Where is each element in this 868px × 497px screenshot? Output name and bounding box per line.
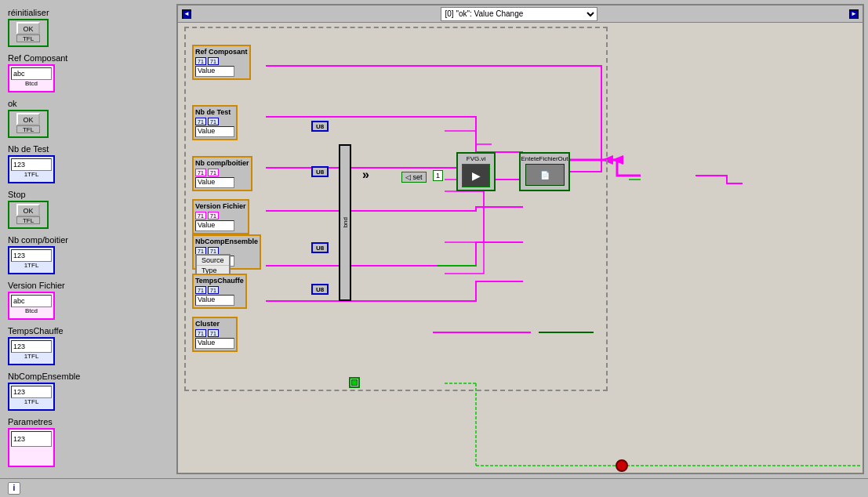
temps-value[interactable]: 123 <box>11 340 52 353</box>
stop-label: Stop <box>8 190 165 199</box>
nb-comp-cluster-block: Nb comp/boitier 71 71 Value <box>192 156 252 191</box>
ref-composant-sub: Btcd <box>11 80 52 87</box>
diagram-title-area: [0] "ok": Value Change <box>191 7 846 21</box>
entete-block[interactable]: EnteteFichierOut 📄 <box>519 152 570 191</box>
cluster-block: Cluster 71 71 Value <box>192 317 238 352</box>
cl-pin1: 71 <box>195 329 206 337</box>
ok-sub: TFL <box>16 125 40 133</box>
u8-temps: U8 <box>311 284 329 295</box>
version-cluster-block: Version Fichier 71 71 Value <box>192 199 249 234</box>
cl-pin2: 71 <box>208 329 219 337</box>
fvg-label: FVG.vi <box>467 155 485 162</box>
source-row: Source <box>197 256 229 266</box>
parametres-value[interactable]: 123 <box>11 431 52 447</box>
bundle-label: bnd <box>342 217 349 227</box>
version-sub: Btcd <box>11 307 52 314</box>
reinitialiser-control[interactable]: OK TFL <box>8 19 49 47</box>
sidebar-item-ok: ok OK TFL <box>8 99 165 138</box>
stop-terminal[interactable] <box>616 459 628 472</box>
parametres-label: Parametres <box>8 417 165 426</box>
bottom-bar: i <box>0 478 868 497</box>
ref-composant-cluster-title: Ref Composant <box>195 48 248 56</box>
ok-control[interactable]: OK TFL <box>8 110 49 138</box>
stop-control[interactable]: OK TFL <box>8 201 49 229</box>
temps-cluster-title: TempsChauffe <box>195 277 244 285</box>
set-node: ◁ set <box>401 172 427 183</box>
u8-nbcomp-ensemble: U8 <box>311 242 329 253</box>
diagram-icon: ◄ <box>182 9 191 19</box>
u8-nb-comp: U8 <box>311 166 329 177</box>
version-label: Version Fichier <box>8 281 165 290</box>
nb-comp-value[interactable]: 123 <box>11 249 52 262</box>
rc-value[interactable]: Value <box>195 66 234 77</box>
ok-label: ok <box>8 99 165 108</box>
diagram-header: ◄ [0] "ok": Value Change ► <box>178 5 863 23</box>
fvg-play: ▶ <box>472 169 481 182</box>
ref-composant-control[interactable]: abc Btcd <box>8 64 55 93</box>
diagram-case-select[interactable]: [0] "ok": Value Change <box>441 7 597 21</box>
vf-pin2: 71 <box>208 212 219 219</box>
sidebar-item-stop: Stop OK TFL <box>8 190 165 229</box>
reinitialiser-label: réinitialiser <box>8 8 165 17</box>
nt-pin2: 71 <box>208 118 219 125</box>
fvg-block[interactable]: FVG.vi ▶ <box>456 152 496 191</box>
sidebar-item-nbcomp-ensemble: NbCompEnsemble 123 1TFL <box>8 372 165 411</box>
nc-pin2: 71 <box>208 169 219 176</box>
rc-pin2: 71 <box>208 57 219 65</box>
fvg-icon: ▶ <box>462 164 490 187</box>
diagram-canvas[interactable]: Ref Composant 71 71 Value Nb de Test 71 … <box>178 23 863 473</box>
ok-btn-inner[interactable]: OK <box>16 113 40 125</box>
diagram-area[interactable]: ◄ [0] "ok": Value Change ► <box>176 4 864 474</box>
version-control[interactable]: abc Btcd <box>8 292 55 320</box>
nbcomp-ensemble-value[interactable]: 123 <box>11 386 52 398</box>
reinitialiser-sub: TFL <box>16 34 40 42</box>
sidebar: réinitialiser OK TFL Ref Composant abc B… <box>0 0 173 478</box>
reinitialiser-btn-inner[interactable]: OK <box>16 22 40 34</box>
nb-comp-control[interactable]: 123 1TFL <box>8 246 55 274</box>
tc-pin1: 71 <box>195 286 206 294</box>
temps-cluster-block: TempsChauffe 71 71 Value <box>192 274 247 309</box>
nb-test-cluster-block: Nb de Test 71 71 Value <box>192 105 238 140</box>
main-container: réinitialiser OK TFL Ref Composant abc B… <box>0 0 868 478</box>
nc-value[interactable]: Value <box>195 177 234 188</box>
sidebar-item-parametres: Parametres 123 <box>8 417 165 467</box>
stop-sub: TFL <box>16 216 40 224</box>
temps-control[interactable]: 123 1TFL <box>8 337 55 365</box>
nbcomp-ensemble-control[interactable]: 123 1TFL <box>8 383 55 411</box>
temps-label: TempsChauffe <box>8 326 165 336</box>
cl-value[interactable]: Value <box>195 338 234 349</box>
sidebar-item-temps: TempsChauffe 123 1TFL <box>8 326 165 365</box>
nb-test-label: Nb de Test <box>8 144 165 154</box>
nb-test-value[interactable]: 123 <box>11 158 52 171</box>
nb-comp-label: Nb comp/boitier <box>8 235 165 245</box>
ref-composant-value[interactable]: abc <box>11 67 52 80</box>
tc-value[interactable]: Value <box>195 295 234 306</box>
nb-test-sub: 1TFL <box>11 171 52 178</box>
info-icon: i <box>8 482 20 495</box>
ref-composant-cluster-block: Ref Composant 71 71 Value <box>192 45 251 80</box>
cluster-block-title: Cluster <box>195 320 234 328</box>
nb-test-control[interactable]: 123 1TFL <box>8 155 55 183</box>
loop-terminal <box>349 377 360 388</box>
sidebar-item-version: Version Fichier abc Btcd <box>8 281 165 320</box>
tc-pin2: 71 <box>208 286 219 294</box>
one-node: 1 <box>433 170 443 181</box>
u8-nb-test: U8 <box>311 121 329 132</box>
arrow-indicator: » <box>362 168 369 182</box>
nt-value[interactable]: Value <box>195 126 234 137</box>
version-value[interactable]: abc <box>11 295 52 307</box>
sidebar-item-reinitialiser: réinitialiser OK TFL <box>8 8 165 47</box>
sidebar-item-ref-composant: Ref Composant abc Btcd <box>8 53 165 93</box>
rc-pin1: 71 <box>195 57 206 65</box>
sidebar-item-nb-test: Nb de Test 123 1TFL <box>8 144 165 183</box>
version-cluster-title: Version Fichier <box>195 202 246 210</box>
vf-value[interactable]: Value <box>195 220 234 231</box>
nb-test-cluster-title: Nb de Test <box>195 108 234 116</box>
nb-comp-sub: 1TFL <box>11 262 52 269</box>
loop-terminal-icon <box>351 379 358 386</box>
parametres-control[interactable]: 123 <box>8 428 55 467</box>
nt-pin1: 71 <box>195 118 206 125</box>
nbcomp-ensemble-sub: 1TFL <box>11 398 52 405</box>
entete-icon: 📄 <box>525 164 565 186</box>
stop-btn-inner[interactable]: OK <box>16 204 40 216</box>
